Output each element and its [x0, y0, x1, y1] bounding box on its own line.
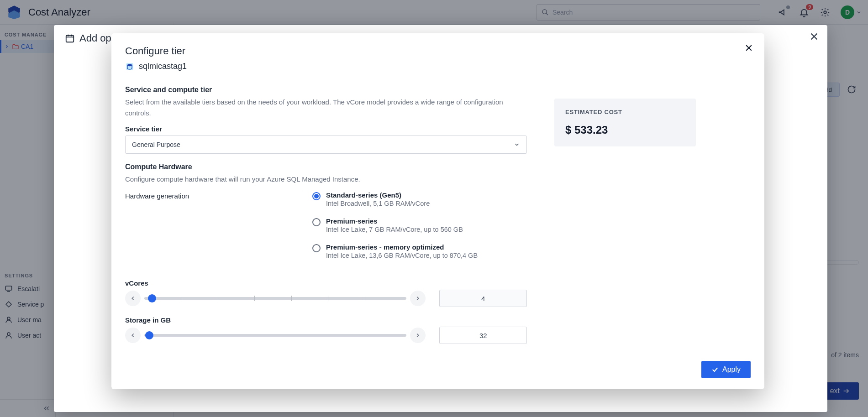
radio-icon [312, 192, 321, 200]
chevron-left-icon [130, 295, 136, 302]
radio-desc: Intel Ice Lake, 7 GB RAM/vCore, up to 56… [326, 226, 463, 233]
radio-icon [312, 244, 321, 252]
section-compute-desc: Configure compute hardware that will run… [125, 174, 527, 185]
section-service-tier-desc: Select from the available tiers based on… [125, 97, 527, 119]
service-tier-select[interactable]: General Purpose [125, 136, 527, 154]
storage-track[interactable] [144, 334, 406, 337]
estimated-cost-value: $ 533.23 [565, 124, 685, 136]
outer-drawer-close-button[interactable] [809, 31, 819, 43]
radio-desc: Intel Broadwell, 5,1 GB RAM/vCore [326, 200, 430, 207]
apply-button[interactable]: Apply [701, 361, 751, 378]
radio-title: Premium-series - memory optimized [326, 243, 478, 251]
service-tier-label: Service tier [125, 125, 527, 133]
storage-value-input[interactable]: 32 [439, 327, 527, 344]
chevron-left-icon [130, 332, 136, 339]
vcores-slider[interactable] [125, 291, 426, 306]
modal-title: Configure tier [111, 33, 764, 62]
storage-thumb[interactable] [145, 331, 153, 339]
close-icon [809, 31, 819, 42]
svg-rect-26 [66, 36, 74, 42]
section-compute-head: Compute Hardware [125, 163, 527, 171]
chevron-right-icon [415, 295, 421, 302]
estimated-cost-label: ESTIMATED COST [565, 109, 685, 115]
check-icon [711, 366, 719, 373]
configure-tier-modal: Configure tier sqlmicastag1 Service and … [111, 33, 764, 389]
chevron-right-icon [415, 332, 421, 339]
vcores-increment-button[interactable] [410, 291, 426, 306]
storage-decrement-button[interactable] [125, 328, 141, 343]
calendar-icon [65, 33, 75, 43]
resource-name: sqlmicastag1 [139, 62, 187, 71]
hardware-generation-label: Hardware generation [125, 191, 303, 274]
hardware-gen-radio[interactable]: Premium-seriesIntel Ice Lake, 7 GB RAM/v… [312, 217, 527, 233]
svg-point-35 [127, 64, 132, 66]
modal-resource: sqlmicastag1 [111, 62, 764, 78]
sql-mi-icon [125, 62, 134, 71]
close-icon [744, 43, 753, 52]
vcores-label: vCores [125, 279, 527, 287]
vcores-track[interactable] [144, 297, 406, 300]
storage-label: Storage in GB [125, 316, 527, 324]
radio-title: Premium-series [326, 217, 463, 225]
storage-increment-button[interactable] [410, 328, 426, 343]
radio-title: Standard-series (Gen5) [326, 191, 430, 199]
storage-slider[interactable] [125, 328, 426, 343]
vcores-decrement-button[interactable] [125, 291, 141, 306]
hardware-gen-radio[interactable]: Premium-series - memory optimizedIntel I… [312, 243, 527, 259]
hardware-gen-radio[interactable]: Standard-series (Gen5)Intel Broadwell, 5… [312, 191, 527, 207]
service-tier-value: General Purpose [132, 141, 180, 148]
vcores-value-box: 4 [439, 290, 527, 307]
chevron-down-icon [514, 141, 520, 148]
radio-icon [312, 218, 321, 226]
vcores-thumb[interactable] [148, 294, 156, 302]
estimated-cost-box: ESTIMATED COST $ 533.23 [554, 99, 696, 146]
radio-desc: Intel Ice Lake, 13,6 GB RAM/vCore, up to… [326, 252, 478, 259]
section-service-tier-head: Service and compute tier [125, 86, 527, 94]
modal-close-button[interactable] [744, 43, 753, 54]
